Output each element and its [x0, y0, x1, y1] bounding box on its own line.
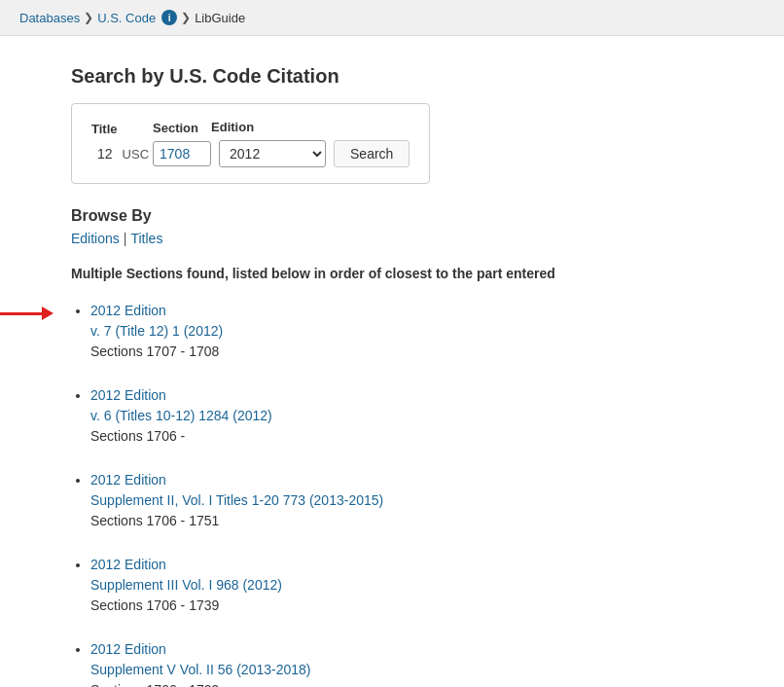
- breadcrumb: Databases ❯ U.S. Code i ❯ LibGuide: [0, 0, 784, 36]
- result-volume-link[interactable]: v. 7 (Title 12) 1 (2012): [90, 321, 713, 342]
- result-item: 2012 Edition Supplement II, Vol. I Title…: [90, 470, 713, 531]
- result-volume-link[interactable]: Supplement III Vol. I 968 (2012): [90, 575, 713, 596]
- results-list: 2012 Edition v. 7 (Title 12) 1 (2012) Se…: [71, 301, 713, 687]
- title-value: 12: [91, 142, 119, 165]
- result-item: 2012 Edition v. 7 (Title 12) 1 (2012) Se…: [90, 301, 713, 362]
- result-volume-link[interactable]: Supplement II, Vol. I Titles 1-20 773 (2…: [90, 490, 713, 511]
- result-sections: Sections 1706 - 1751: [90, 513, 219, 528]
- search-section: Search by U.S. Code Citation Title 12 US…: [71, 65, 713, 207]
- arrow-container: 2012 Edition v. 7 (Title 12) 1 (2012) Se…: [90, 301, 713, 362]
- result-edition-link[interactable]: 2012 Edition: [90, 385, 713, 406]
- arrow-head: [42, 307, 53, 320]
- main-content: Search by U.S. Code Citation Title 12 US…: [52, 36, 732, 687]
- red-arrow: [0, 307, 53, 320]
- section-input[interactable]: [153, 141, 211, 166]
- list-item: 2012 Edition Supplement V Vol. II 56 (20…: [90, 639, 713, 687]
- result-sections: Sections 1706 - 1739: [90, 597, 219, 613]
- browse-divider: |: [124, 231, 127, 246]
- breadcrumb-libguide: LibGuide: [195, 11, 245, 25]
- browse-editions-link[interactable]: Editions: [71, 231, 120, 246]
- list-item: 2012 Edition v. 7 (Title 12) 1 (2012) Se…: [90, 301, 713, 362]
- edition-field-group: Edition 2012 2013 2014 2015 2016 2017 20…: [211, 120, 326, 167]
- result-sections: Sections 1706 -: [90, 428, 185, 444]
- result-volume-link[interactable]: v. 6 (Titles 10-12) 1284 (2012): [90, 406, 713, 426]
- result-sections: Sections 1707 - 1708: [90, 344, 219, 359]
- list-item: 2012 Edition Supplement III Vol. I 968 (…: [90, 555, 713, 616]
- result-sections: Sections 1706 - 1709: [90, 682, 219, 687]
- search-box: Title 12 USC Section Edition 2012 2013 2…: [71, 103, 430, 184]
- result-volume-link[interactable]: Supplement V Vol. II 56 (2013-2018): [90, 660, 713, 680]
- results-header: Multiple Sections found, listed below in…: [71, 266, 713, 281]
- result-item: 2012 Edition v. 6 (Titles 10-12) 1284 (2…: [90, 385, 713, 447]
- search-title: Search by U.S. Code Citation: [71, 65, 713, 88]
- result-edition-link[interactable]: 2012 Edition: [90, 639, 713, 660]
- edition-select[interactable]: 2012 2013 2014 2015 2016 2017 2018: [219, 140, 326, 167]
- section-label: Section: [153, 121, 211, 135]
- result-edition-link[interactable]: 2012 Edition: [90, 470, 713, 490]
- result-edition-link[interactable]: 2012 Edition: [90, 301, 713, 321]
- result-item: 2012 Edition Supplement III Vol. I 968 (…: [90, 555, 713, 616]
- browse-links: Editions | Titles: [71, 231, 713, 246]
- title-label: Title: [91, 122, 119, 136]
- search-button[interactable]: Search: [334, 140, 410, 167]
- browse-titles-link[interactable]: Titles: [130, 231, 162, 246]
- title-field-group: Title 12: [91, 122, 119, 165]
- list-item: 2012 Edition v. 6 (Titles 10-12) 1284 (2…: [90, 385, 713, 447]
- result-edition-link[interactable]: 2012 Edition: [90, 555, 713, 575]
- section-field-group: Section: [153, 121, 211, 166]
- results-section: Multiple Sections found, listed below in…: [71, 266, 713, 687]
- list-item: 2012 Edition Supplement II, Vol. I Title…: [90, 470, 713, 531]
- breadcrumb-sep1: ❯: [84, 11, 93, 24]
- result-item: 2012 Edition Supplement V Vol. II 56 (20…: [90, 639, 713, 687]
- browse-title: Browse By: [71, 207, 713, 225]
- breadcrumb-databases[interactable]: Databases: [19, 11, 80, 25]
- breadcrumb-sep2: ❯: [181, 11, 191, 24]
- usc-label: USC: [123, 147, 149, 167]
- breadcrumb-uscode[interactable]: U.S. Code: [97, 11, 156, 25]
- arrow-line: [0, 312, 42, 315]
- browse-section: Browse By Editions | Titles: [71, 207, 713, 246]
- info-icon[interactable]: i: [161, 10, 177, 25]
- edition-label: Edition: [211, 120, 326, 134]
